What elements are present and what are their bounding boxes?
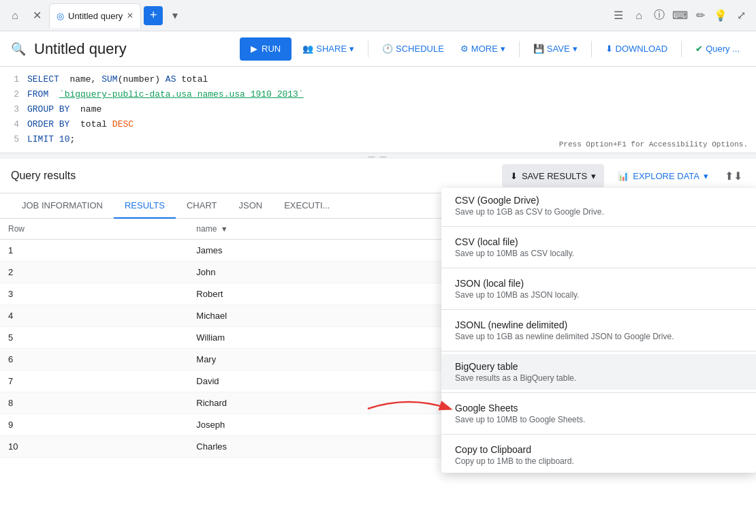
query-check-button[interactable]: ✔ Query ... (690, 37, 745, 61)
home-icon[interactable]: ⌂ (5, 6, 25, 25)
editor-line-4: 4 ORDER BY total DESC (0, 117, 756, 132)
dropdown-item[interactable]: CSV (Google Drive) Save up to 1GB as CSV… (441, 188, 756, 223)
tab-job-information[interactable]: JOB INFORMATION (11, 193, 114, 219)
cell-row: 9 (0, 414, 188, 436)
editor-line-2: 2 FROM `bigquery-public-data.usa_names.u… (0, 87, 756, 102)
save-button[interactable]: 💾 SAVE ▾ (528, 37, 583, 61)
cell-row: 5 (0, 327, 188, 349)
share-chevron-icon: ▾ (349, 44, 354, 54)
list-icon[interactable]: ☰ (609, 6, 628, 25)
dropdown-item-desc: Save up to 10MB as JSON locally. (455, 290, 742, 300)
close-tab-icon[interactable]: ✕ (27, 6, 46, 25)
expand-icon[interactable]: ⤢ (731, 6, 751, 25)
results-title: Query results (11, 170, 502, 182)
dropdown-item-desc: Save up to 10MB to Google Sheets. (455, 415, 742, 424)
cell-name: Joseph (188, 414, 463, 436)
check-icon: ✔ (695, 44, 703, 54)
tab-execution[interactable]: EXECUTI... (273, 193, 341, 219)
dropdown-item[interactable]: Copy to Clipboard Copy up to 1MB to the … (441, 437, 756, 473)
toolbar-separator-2 (519, 41, 520, 57)
more-chevron-icon: ▾ (501, 44, 505, 54)
col-name[interactable]: name ▼ (188, 219, 463, 240)
share-button[interactable]: 👥 SHARE ▾ (297, 37, 360, 61)
dropdown-item[interactable]: CSV (local file) Save up to 10MB as CSV … (441, 230, 756, 265)
query-title: Untitled query (34, 40, 234, 58)
dropdown-item[interactable]: JSON (local file) Save up to 10MB as JSO… (441, 271, 756, 307)
cell-name: Robert (188, 283, 463, 305)
info-icon[interactable]: ⓘ (650, 6, 669, 25)
explore-data-button[interactable]: 📊 EXPLORE DATA ▾ (610, 164, 716, 187)
tab-results[interactable]: RESULTS (114, 193, 176, 219)
schedule-button[interactable]: 🕐 SCHEDULE (377, 37, 450, 61)
new-tab-button[interactable]: + (144, 6, 163, 25)
cell-name: Mary (188, 349, 463, 371)
cell-row: 8 (0, 392, 188, 414)
dropdown-item-title: CSV (local file) (455, 236, 742, 247)
dropdown-item-desc: Copy up to 1MB to the clipboard. (455, 456, 742, 466)
dropdown-item-title: JSONL (newline delimited) (455, 319, 742, 330)
edit-icon[interactable]: ✏ (691, 6, 710, 25)
download-icon: ⬇ (605, 44, 613, 54)
accessibility-hint: Press Option+F1 for Accessibility Option… (559, 140, 748, 148)
tab-more-icon[interactable]: ▾ (166, 6, 185, 25)
save-label: SAVE (547, 44, 570, 54)
cell-name: Richard (188, 392, 463, 414)
tab-json[interactable]: JSON (227, 193, 273, 219)
run-button[interactable]: ▶ RUN (240, 37, 292, 61)
save-chevron-icon: ▾ (573, 44, 578, 54)
dropdown-item-desc: Save results as a BigQuery table. (455, 373, 742, 383)
download-button[interactable]: ⬇ DOWNLOAD (600, 37, 674, 61)
download-label: DOWNLOAD (616, 44, 668, 54)
col-row: Row (0, 219, 188, 240)
share-label: SHARE (316, 44, 347, 54)
explore-data-label: EXPLORE DATA (633, 171, 699, 181)
editor-line-3: 3 GROUP BY name (0, 102, 756, 117)
dropdown-item-desc: Save up to 10MB as CSV locally. (455, 249, 742, 258)
toolbar-separator-1 (368, 41, 368, 57)
dropdown-item-title: CSV (Google Drive) (455, 195, 742, 206)
sql-editor[interactable]: 1 SELECT name, SUM(number) AS total 2 FR… (0, 67, 756, 153)
dropdown-item[interactable]: BigQuery table Save results as a BigQuer… (441, 354, 756, 390)
query-check-label: Query ... (706, 44, 740, 54)
cell-row: 2 (0, 262, 188, 283)
dropdown-divider (441, 309, 756, 310)
explore-icon: 📊 (618, 171, 629, 181)
more-button[interactable]: ⚙ MORE ▾ (455, 37, 511, 61)
tab-close-icon[interactable]: ✕ (127, 11, 133, 20)
explore-chevron-icon: ▾ (704, 171, 708, 181)
dropdown-divider (441, 392, 756, 393)
collapse-icon[interactable]: ⬆⬇ (722, 167, 745, 185)
dropdown-item-desc: Save up to 1GB as newline delimited JSON… (455, 332, 742, 341)
save-results-label: SAVE RESULTS (522, 171, 587, 181)
tab-query-icon: ◎ (57, 11, 64, 21)
tab-label: Untitled query (68, 11, 123, 21)
dropdown-divider (441, 226, 756, 227)
dropdown-item[interactable]: JSONL (newline delimited) Save up to 1GB… (441, 313, 756, 348)
search-icon: 🔍 (11, 42, 26, 57)
keyboard-icon[interactable]: ⌨ (670, 6, 689, 25)
cell-name: William (188, 327, 463, 349)
resize-handle[interactable]: — — (0, 153, 756, 159)
dropdown-item-title: Google Sheets (455, 403, 742, 413)
save-results-dropdown[interactable]: CSV (Google Drive) Save up to 1GB as CSV… (441, 188, 756, 473)
cell-name: Michael (188, 305, 463, 327)
dropdown-item[interactable]: Google Sheets Save up to 10MB to Google … (441, 396, 756, 431)
active-tab[interactable]: ◎ Untitled query ✕ (49, 3, 141, 28)
cell-name: David (188, 371, 463, 392)
dropdown-divider (441, 268, 756, 268)
cell-row: 10 (0, 436, 188, 458)
save-results-icon: ⬇ (510, 171, 518, 181)
lightbulb-icon[interactable]: 💡 (711, 6, 730, 25)
more-label: MORE (471, 44, 498, 54)
cell-row: 7 (0, 371, 188, 392)
main-toolbar: 🔍 Untitled query ▶ RUN 👥 SHARE ▾ 🕐 SCHED… (0, 31, 756, 67)
save-results-button[interactable]: ⬇ SAVE RESULTS ▾ (502, 164, 604, 187)
chrome-right-icons: ☰ ⌂ ⓘ ⌨ ✏ 💡 ⤢ (609, 6, 751, 25)
toolbar-separator-3 (591, 41, 592, 57)
home2-icon[interactable]: ⌂ (629, 6, 648, 25)
tab-chart[interactable]: CHART (176, 193, 228, 219)
schedule-label: SCHEDULE (396, 44, 444, 54)
cell-row: 4 (0, 305, 188, 327)
dropdown-divider (441, 351, 756, 351)
cell-row: 6 (0, 349, 188, 371)
